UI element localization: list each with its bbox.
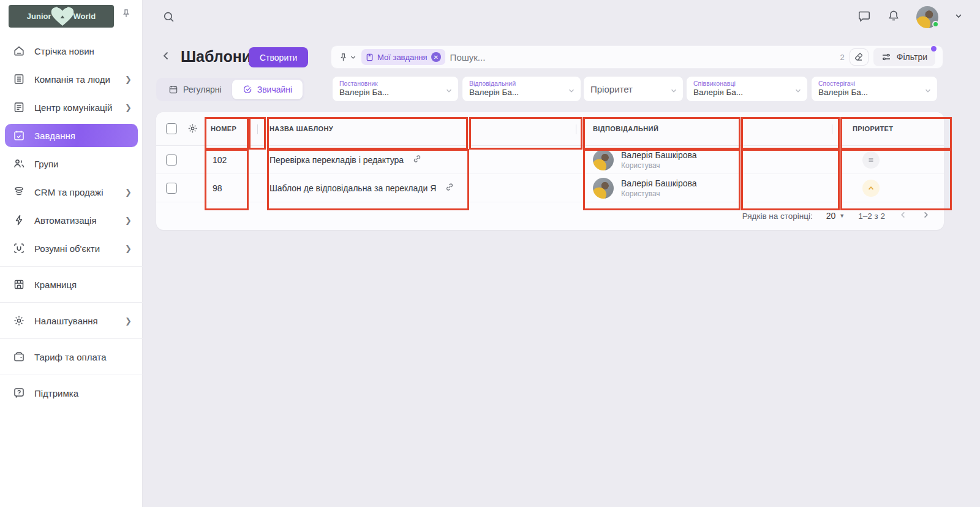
my-tasks-filter-chip[interactable]: Мої завдання ✕	[361, 49, 445, 65]
previous-page-button[interactable]	[899, 210, 908, 221]
chat-icon[interactable]	[858, 9, 871, 25]
sidebar-item-tariff-payment[interactable]: Тариф та оплата	[0, 343, 143, 371]
filter-label: Постановник	[339, 80, 442, 87]
brand-logo[interactable]: Junior World	[9, 5, 114, 28]
next-page-button[interactable]	[921, 210, 930, 221]
home-icon	[13, 45, 25, 57]
filter-label: Співвиконавці	[693, 80, 791, 87]
sidebar-item-automation[interactable]: Автоматизація ❯	[0, 206, 143, 234]
tab-regular[interactable]: Регулярні	[158, 80, 232, 99]
template-name[interactable]: Шаблон де відповідальна за переклади Я	[270, 183, 436, 193]
filter-author-dropdown[interactable]: Постановник Валерія Ба...	[333, 77, 458, 101]
table-row[interactable]: 98 Шаблон де відповідальна за переклади …	[156, 174, 944, 202]
search-bar: Мої завдання ✕ 2 Фільтри	[331, 45, 943, 69]
check-circle-icon	[243, 85, 252, 94]
select-all-checkbox[interactable]	[166, 123, 177, 134]
chevron-right-icon: ❯	[125, 216, 132, 225]
sidebar-item-support[interactable]: Підтримка	[0, 379, 143, 407]
tab-ordinary[interactable]: Звичайні	[232, 80, 303, 99]
filter-value: Валерія Ба...	[818, 88, 921, 97]
back-button[interactable]	[160, 50, 172, 64]
priority-high-icon[interactable]	[862, 180, 880, 197]
rows-per-page-value: 20	[826, 211, 836, 221]
bookmark-icon	[366, 53, 374, 61]
sidebar-item-news-feed[interactable]: Стрічка новин	[0, 37, 143, 65]
assignee-role: Користувач	[621, 161, 697, 170]
online-status-dot	[932, 21, 939, 28]
global-search-icon[interactable]	[162, 10, 175, 26]
filter-label: Відповідальний	[469, 80, 565, 87]
smart-object-icon	[13, 242, 25, 254]
sidebar-item-groups[interactable]: Групи	[0, 150, 143, 178]
assignee-name: Валерія Башкірова	[621, 178, 697, 188]
clear-filters-button[interactable]	[850, 48, 869, 66]
page-title: Шаблони	[181, 48, 251, 66]
chevron-right-icon: ❯	[125, 316, 132, 326]
tab-label: Звичайні	[257, 85, 292, 94]
filter-assignee-dropdown[interactable]: Відповідальний Валерія Ба...	[462, 77, 581, 101]
sidebar-pin-icon[interactable]	[121, 9, 131, 21]
rows-per-page-select[interactable]: 20 ▼	[826, 211, 845, 221]
user-avatar[interactable]	[916, 6, 938, 28]
chip-remove-icon[interactable]: ✕	[431, 52, 441, 62]
sidebar-item-communication-center[interactable]: Центр комунікацій ❯	[0, 93, 143, 121]
communication-icon	[13, 101, 25, 113]
sidebar-item-label: Завдання	[34, 131, 75, 141]
account-chevron-down-icon[interactable]	[954, 12, 963, 23]
filter-observers-dropdown[interactable]: Спостерігачі Валерія Ба...	[812, 77, 937, 101]
sidebar-item-label: Групи	[34, 159, 58, 169]
eraser-icon	[854, 52, 864, 62]
chevron-down-icon	[568, 86, 575, 97]
divider	[0, 375, 143, 375]
sidebar-item-settings[interactable]: Налаштування ❯	[0, 307, 143, 335]
table-pagination: Рядків на сторінці: 20 ▼ 1–2 з 2	[156, 202, 944, 229]
row-checkbox[interactable]	[166, 183, 177, 194]
column-header-number[interactable]: НОМЕР	[205, 125, 249, 132]
assignee-cell[interactable]: Валерія Башкірова Користувач	[583, 178, 741, 199]
filter-priority-dropdown[interactable]: Пріоритет	[584, 77, 683, 101]
bell-icon[interactable]	[887, 9, 900, 25]
link-icon[interactable]	[445, 182, 454, 194]
table-header-row: НОМЕР НАЗВА ШАБЛОНУ ВІДПОВІДАЛЬНИЙ ПРІОР…	[156, 112, 944, 146]
create-button[interactable]: Створити	[249, 47, 308, 67]
template-type-tabs: Регулярні Звичайні	[156, 78, 304, 101]
template-name[interactable]: Перевірка перекладів і редактура	[270, 155, 404, 165]
brand-name-right: World	[74, 12, 96, 21]
chevron-down-icon	[670, 86, 677, 97]
pin-icon	[339, 53, 348, 62]
priority-medium-icon[interactable]	[862, 151, 880, 169]
assignee-cell[interactable]: Валерія Башкірова Користувач	[583, 150, 741, 170]
lightning-icon	[13, 214, 25, 226]
divider	[0, 338, 143, 339]
templates-table: НОМЕР НАЗВА ШАБЛОНУ ВІДПОВІДАЛЬНИЙ ПРІОР…	[156, 112, 944, 230]
search-input[interactable]	[450, 52, 835, 63]
column-header-priority[interactable]: ПРІОРИТЕТ	[840, 125, 944, 132]
filter-coexecutors-dropdown[interactable]: Співвиконавці Валерія Ба...	[687, 77, 807, 101]
column-header-name[interactable]: НАЗВА ШАБЛОНУ	[267, 125, 469, 132]
active-filters-dot	[931, 46, 937, 51]
sidebar-item-crm-sales[interactable]: CRM та продажі ❯	[0, 178, 143, 206]
filters-button[interactable]: Фільтри	[873, 48, 935, 66]
sidebar-item-label: Крамниця	[34, 280, 77, 290]
column-header-assignee[interactable]: ВІДПОВІДАЛЬНИЙ	[583, 125, 741, 132]
link-icon[interactable]	[412, 154, 422, 166]
table-settings-gear-icon[interactable]	[187, 123, 198, 135]
sidebar-item-tasks[interactable]: Завдання	[5, 124, 138, 147]
sidebar-item-company-people[interactable]: Компанія та люди ❯	[0, 65, 143, 93]
chevron-right-icon: ❯	[125, 188, 132, 197]
table-row[interactable]: 102 Перевірка перекладів і редактура Вал…	[156, 146, 944, 174]
pin-filter-dropdown[interactable]	[339, 53, 356, 62]
sidebar-item-smart-objects[interactable]: Розумні об'єкти ❯	[0, 234, 143, 262]
sidebar-item-label: Підтримка	[34, 388, 78, 398]
column-divider	[832, 124, 832, 134]
sliders-icon	[881, 52, 891, 62]
row-checkbox[interactable]	[166, 154, 177, 166]
shop-icon	[13, 278, 25, 291]
sidebar-item-shop[interactable]: Крамниця	[0, 270, 143, 299]
sidebar-item-label: Центр комунікацій	[34, 102, 112, 113]
rows-per-page-label: Рядків на сторінці:	[742, 212, 813, 221]
topbar-actions	[858, 6, 963, 28]
filter-label: Пріоритет	[590, 84, 633, 94]
company-icon	[13, 73, 25, 85]
filter-label: Спостерігачі	[818, 80, 921, 87]
